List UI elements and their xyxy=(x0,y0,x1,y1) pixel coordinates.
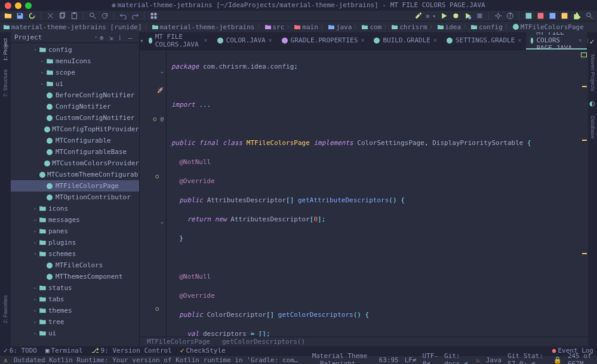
refresh-icon[interactable] xyxy=(100,12,109,20)
breadcrumb-item[interactable]: main xyxy=(294,23,318,31)
run-icon[interactable] xyxy=(439,12,448,20)
open-icon[interactable] xyxy=(4,12,12,20)
lock-icon[interactable]: 🔒 xyxy=(553,356,562,364)
run-config-icon[interactable]: ⊞ ▾ xyxy=(426,12,436,20)
tree-folder[interactable]: ▸tabs xyxy=(11,294,139,305)
favorites-tool-tab[interactable]: 2: Favorites xyxy=(1,292,10,327)
breadcrumb-item[interactable]: material-theme-jetbrains [runide] xyxy=(4,23,142,31)
mt-icon-1[interactable] xyxy=(524,12,533,20)
tree-file[interactable]: ConfigNotifier xyxy=(11,101,139,112)
debug-icon[interactable] xyxy=(451,12,460,20)
vcs-tool[interactable]: ⎇9: Version Control xyxy=(91,347,172,354)
tree-file[interactable]: BeforeConfigNotifier xyxy=(11,90,139,101)
editor-tab[interactable]: BUILD.GRADLE× xyxy=(369,32,442,50)
tree-folder[interactable]: ▾schemes xyxy=(11,248,139,260)
tree-file[interactable]: MTOptionContributor xyxy=(11,192,139,203)
hide-panel-icon[interactable]: ‒ xyxy=(128,34,136,41)
sync-icon[interactable] xyxy=(27,12,36,20)
project-tree[interactable]: ▾config▸menuIcons▸scope▸uiBeforeConfigNo… xyxy=(11,43,139,346)
breadcrumb-item[interactable]: idea xyxy=(438,23,461,31)
run-coverage-icon[interactable] xyxy=(463,12,472,20)
code-editor[interactable]: package com.chrisrm.idea.config; import … xyxy=(167,50,581,337)
status-position[interactable]: 63:95 xyxy=(379,356,399,364)
tree-folder[interactable]: ▸menuIcons xyxy=(11,55,139,67)
breadcrumb-item[interactable]: material-theme-jetbrains xyxy=(152,23,255,31)
editor-gutter[interactable]: + 🚀 ○ @ ○ + ○ xyxy=(140,50,167,337)
inspection-icon[interactable]: ✓ xyxy=(587,35,597,50)
tree-file[interactable]: MTConfigTopHitProvider xyxy=(11,124,139,135)
terminal-tool[interactable]: ▣Terminal xyxy=(45,347,83,354)
cut-icon[interactable] xyxy=(46,12,54,20)
maven-tool-tab[interactable]: Maven Projects xyxy=(589,51,597,95)
checkstyle-tool[interactable]: ✓CheckStyle xyxy=(180,347,226,354)
puzzle-icon[interactable] xyxy=(572,12,580,20)
breadcrumb-item[interactable]: com xyxy=(362,23,381,31)
mt-icon-4[interactable] xyxy=(560,12,568,20)
close-tab-icon[interactable]: × xyxy=(361,37,364,44)
search-everywhere-icon[interactable] xyxy=(585,12,593,20)
editor-tab[interactable]: MT FILE COLORS.JAVA× xyxy=(144,32,213,50)
datagrip-icon[interactable]: ◐ xyxy=(587,96,597,111)
close-tab-icon[interactable]: × xyxy=(433,37,437,44)
tree-folder[interactable]: ▸ui xyxy=(11,328,139,339)
redo-icon[interactable] xyxy=(131,12,139,20)
tree-folder[interactable]: ▸messages xyxy=(11,214,139,226)
search-icon[interactable] xyxy=(88,12,97,20)
status-line-sep[interactable]: LF≠ xyxy=(405,356,417,364)
tree-folder[interactable]: ▸themes xyxy=(11,305,139,316)
tree-folder[interactable]: ▸icons xyxy=(11,203,139,214)
tree-folder[interactable]: ▾config xyxy=(11,44,139,55)
close-tab-icon[interactable]: × xyxy=(269,37,272,44)
stop-icon[interactable] xyxy=(475,12,484,20)
editor-tab[interactable]: GRADLE.PROPERTIES× xyxy=(277,32,370,50)
close-tab-icon[interactable]: × xyxy=(204,37,207,44)
tree-file[interactable]: MTFileColorsPage xyxy=(11,180,139,192)
undo-icon[interactable] xyxy=(119,12,127,20)
close-tab-icon[interactable]: × xyxy=(578,37,582,44)
tree-folder[interactable]: ▸tree xyxy=(11,316,139,328)
window-minimize-button[interactable] xyxy=(15,2,21,9)
structure-tool-tab[interactable]: 7: Structure xyxy=(1,66,10,101)
crumb-class[interactable]: MTFileColorsPage xyxy=(147,338,210,346)
crumb-method[interactable]: getColorDescriptors() xyxy=(222,338,305,346)
paste-icon[interactable] xyxy=(70,12,78,20)
todo-tool[interactable]: ✓6: TODO xyxy=(4,347,37,354)
tree-file[interactable]: MTConfigurable xyxy=(11,135,139,146)
error-stripe[interactable] xyxy=(581,50,588,337)
window-close-button[interactable] xyxy=(5,2,11,9)
editor-tab[interactable]: SETTINGS.GRADLE× xyxy=(442,32,526,50)
tree-file[interactable]: MTFileColors xyxy=(11,260,139,271)
breadcrumb-item[interactable]: java xyxy=(328,23,352,31)
status-java[interactable]: Java xyxy=(486,356,502,364)
tree-file[interactable]: MTCustomColorsProvider xyxy=(11,158,139,169)
tree-folder[interactable]: ▸panes xyxy=(11,226,139,237)
tree-file[interactable]: CustomConfigNotifier xyxy=(11,112,139,124)
tree-file[interactable]: MTCustomThemeConfigurable xyxy=(11,169,139,180)
editor-breadcrumb[interactable]: MTFileColorsPage getColorDescriptors() xyxy=(140,337,588,346)
status-gitstat[interactable]: Git Stat: 57 0↓ ≠ xyxy=(507,352,547,364)
tree-folder[interactable]: ▸scope xyxy=(11,67,139,78)
close-tab-icon[interactable]: × xyxy=(518,37,521,44)
breadcrumb-item[interactable]: src xyxy=(265,23,285,31)
scroll-from-source-icon[interactable]: ⊕ xyxy=(100,34,107,41)
status-git-branch[interactable]: Git: docs ≠ xyxy=(444,352,470,364)
copy-icon[interactable] xyxy=(58,12,66,20)
collapse-icon[interactable]: ⇲ xyxy=(109,34,116,41)
tree-folder[interactable]: ▸plugins xyxy=(11,237,139,248)
mt-icon-2[interactable] xyxy=(536,12,544,20)
save-icon[interactable] xyxy=(16,12,24,20)
hammer-icon[interactable] xyxy=(414,12,423,20)
tree-folder[interactable]: ▸status xyxy=(11,282,139,294)
tabs-dropdown-icon[interactable]: ▾ xyxy=(140,32,144,50)
status-memory[interactable]: 245 of 667M xyxy=(568,352,593,364)
database-tool-tab[interactable]: Database xyxy=(589,112,597,143)
tree-folder[interactable]: ▸ui xyxy=(11,78,139,90)
status-encoding[interactable]: UTF-8≠ xyxy=(423,352,439,364)
warning-icon[interactable]: ⚠ xyxy=(4,356,8,364)
breadcrumb-item[interactable]: MTFileColorsPage xyxy=(513,23,584,31)
panel-settings-icon[interactable]: ⁞ xyxy=(119,34,126,41)
tree-file[interactable]: MTThemesComponent xyxy=(11,271,139,282)
breadcrumb-item[interactable]: chrisrm xyxy=(392,23,427,31)
tree-file[interactable]: MTConfigurableBase xyxy=(11,146,139,158)
breadcrumb-item[interactable]: config xyxy=(471,23,503,31)
